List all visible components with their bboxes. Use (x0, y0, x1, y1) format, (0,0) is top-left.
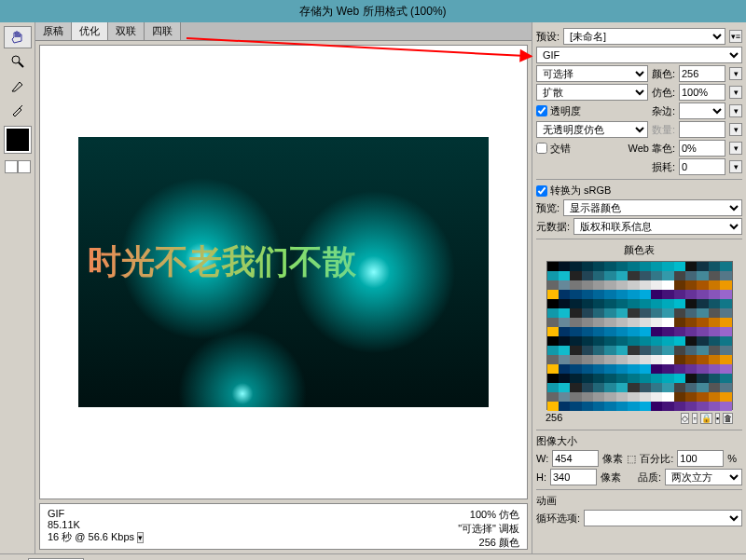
color-swatch[interactable] (674, 290, 685, 299)
color-swatch[interactable] (616, 336, 628, 346)
color-swatch[interactable] (662, 299, 673, 308)
reduction-select[interactable]: 可选择 (536, 65, 648, 82)
color-swatch[interactable] (662, 383, 673, 392)
toggle-slices[interactable] (5, 160, 18, 173)
color-swatch[interactable] (674, 355, 685, 364)
color-swatch[interactable] (593, 392, 604, 402)
color-swatch[interactable] (582, 392, 593, 402)
color-swatch[interactable] (685, 374, 697, 383)
color-swatch[interactable] (593, 290, 604, 299)
color-swatch[interactable] (651, 327, 662, 336)
color-swatch[interactable] (559, 346, 570, 355)
color-swatch[interactable] (662, 392, 673, 402)
color-swatch[interactable] (628, 374, 639, 383)
color-swatch[interactable] (697, 355, 708, 364)
color-swatch[interactable] (720, 318, 731, 327)
color-swatch[interactable] (604, 374, 615, 383)
color-swatch[interactable] (651, 355, 662, 364)
color-swatch[interactable] (640, 346, 651, 355)
color-swatch[interactable] (570, 308, 581, 318)
lossy-input[interactable] (679, 158, 725, 175)
color-table[interactable] (546, 261, 733, 410)
color-swatch[interactable] (570, 364, 581, 374)
color-swatch[interactable] (720, 299, 731, 308)
color-swatch[interactable] (559, 355, 570, 364)
color-swatch[interactable] (582, 355, 593, 364)
color-swatch[interactable] (570, 392, 581, 402)
color-swatch[interactable] (697, 280, 708, 290)
transparency-check[interactable] (536, 105, 547, 116)
color-swatch[interactable] (616, 280, 628, 290)
color-swatch[interactable] (674, 374, 685, 383)
color-swatch[interactable] (685, 318, 697, 327)
color-swatch[interactable] (674, 402, 685, 411)
preview-select[interactable]: 显示器颜色 (563, 199, 742, 216)
color-swatch[interactable] (685, 383, 697, 392)
websnap-dd[interactable]: ▾ (729, 142, 742, 155)
color-swatch[interactable] (559, 383, 570, 392)
color-swatch[interactable] (685, 271, 697, 280)
color-swatch[interactable] (720, 374, 731, 383)
color-swatch[interactable] (640, 318, 651, 327)
color-swatch[interactable] (616, 327, 628, 336)
color-swatch[interactable] (640, 280, 651, 290)
color-swatch[interactable] (547, 318, 559, 327)
color-swatch[interactable] (628, 392, 639, 402)
color-swatch[interactable] (582, 271, 593, 280)
color-swatch[interactable] (559, 364, 570, 374)
color-swatch[interactable] (593, 374, 604, 383)
color-swatch[interactable] (640, 364, 651, 374)
color-swatch[interactable] (559, 290, 570, 299)
color-swatch[interactable] (616, 383, 628, 392)
color-swatch[interactable] (720, 327, 731, 336)
color-swatch[interactable] (640, 262, 651, 271)
color-swatch[interactable] (547, 402, 559, 411)
color-swatch[interactable] (640, 392, 651, 402)
color-swatch[interactable] (559, 402, 570, 411)
color-swatch[interactable] (604, 271, 615, 280)
color-swatch[interactable] (582, 280, 593, 290)
color-swatch[interactable] (674, 318, 685, 327)
color-swatch[interactable] (547, 262, 559, 271)
color-swatch[interactable] (593, 364, 604, 374)
color-swatch[interactable] (628, 262, 639, 271)
color-swatch[interactable] (593, 346, 604, 355)
websnap-input[interactable] (679, 140, 725, 157)
color-swatch[interactable] (547, 392, 559, 402)
color-swatch[interactable] (628, 402, 639, 411)
color-swatch[interactable] (582, 318, 593, 327)
color-swatch[interactable] (559, 262, 570, 271)
color-swatch[interactable] (570, 262, 581, 271)
color-swatch[interactable] (604, 299, 615, 308)
zoom-tool[interactable] (4, 50, 32, 73)
color-swatch[interactable] (709, 280, 720, 290)
color-swatch[interactable] (547, 271, 559, 280)
color-swatch[interactable] (662, 308, 673, 318)
color-swatch[interactable] (604, 280, 615, 290)
interlace-check[interactable] (536, 143, 547, 154)
color-swatch[interactable] (651, 346, 662, 355)
color-swatch[interactable] (674, 299, 685, 308)
color-swatch[interactable] (604, 355, 615, 364)
eyedropper-tool[interactable] (4, 99, 32, 121)
color-swatch[interactable] (570, 374, 581, 383)
color-swatch[interactable] (616, 392, 628, 402)
color-swatch[interactable] (674, 271, 685, 280)
color-swatch[interactable] (651, 308, 662, 318)
color-swatch[interactable] (547, 374, 559, 383)
color-swatch[interactable] (570, 290, 581, 299)
color-swatch[interactable] (570, 383, 581, 392)
color-swatch[interactable] (697, 346, 708, 355)
color-swatch[interactable] (685, 327, 697, 336)
color-swatch[interactable] (628, 346, 639, 355)
color-swatch[interactable] (720, 364, 731, 374)
color-swatch[interactable] (662, 364, 673, 374)
color-swatch[interactable] (697, 402, 708, 411)
color-swatch[interactable] (604, 392, 615, 402)
color-swatch[interactable] (559, 318, 570, 327)
color-swatch[interactable] (640, 355, 651, 364)
color-swatch[interactable] (697, 290, 708, 299)
color-swatch[interactable] (593, 271, 604, 280)
color-swatch[interactable] (604, 318, 615, 327)
height-input[interactable] (550, 469, 597, 485)
